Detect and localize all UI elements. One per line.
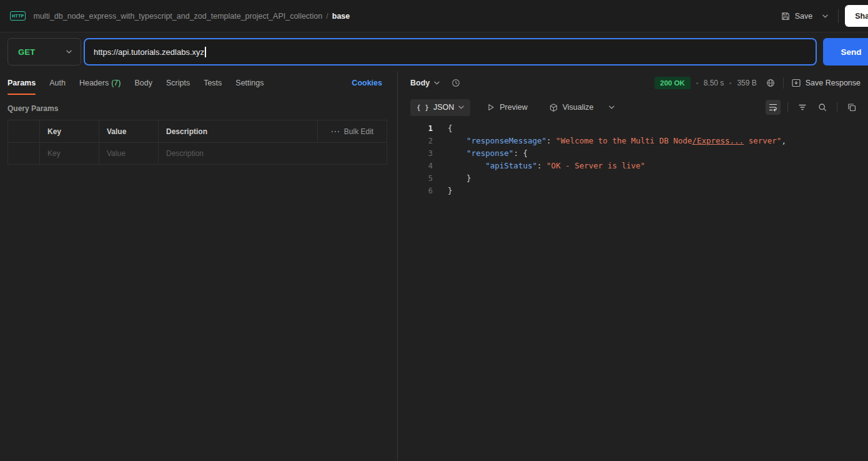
response-body-dropdown[interactable]: Body — [410, 79, 440, 87]
tab-settings[interactable]: Settings — [235, 71, 264, 95]
visualize-label: Visualize — [563, 103, 594, 112]
response-header: Body 200 OK 8.50 s — [398, 71, 868, 95]
tab-tests[interactable]: Tests — [204, 71, 222, 95]
line-number: 3 — [398, 147, 433, 160]
bulk-edit-button[interactable]: Bulk Edit — [317, 120, 387, 142]
copy-button[interactable] — [844, 100, 859, 115]
filter-icon — [797, 102, 807, 112]
response-history-button[interactable] — [448, 75, 463, 90]
query-params-header-row: Key Value Description Bul — [8, 120, 387, 143]
tab-label: Auth — [49, 79, 66, 87]
clock-icon — [451, 78, 461, 88]
http-request-icon: HTTP — [10, 11, 26, 21]
filter-button[interactable] — [795, 100, 810, 115]
code-line: 2 "responseMessage": "Welcome to the Mul… — [398, 135, 868, 147]
search-button[interactable] — [815, 100, 830, 115]
line-content: "apiStatus": "OK - Server is live" — [433, 160, 645, 172]
column-header-label: Description — [166, 127, 207, 136]
tab-auth[interactable]: Auth — [49, 71, 66, 95]
globe-icon — [766, 78, 776, 88]
query-param-row: Key Value Description — [8, 143, 387, 165]
query-params-title: Query Params — [7, 104, 397, 113]
tab-label: Settings — [235, 79, 264, 87]
request-url-bar: GET https://api.tutorials.zedlabs.xyz Se… — [0, 32, 868, 71]
code-lines: 1{2 "responseMessage": "Welcome to the M… — [398, 122, 868, 197]
line-number: 5 — [398, 172, 433, 185]
save-response-button[interactable]: Save Response — [789, 77, 863, 89]
line-number: 4 — [398, 160, 433, 172]
topbar-left: HTTP multi_db_node_express_with_typescri… — [10, 11, 350, 21]
tab-body[interactable]: Body — [134, 71, 152, 95]
meta-divider — [783, 77, 784, 89]
ellipsis-icon — [331, 130, 340, 133]
status-badge[interactable]: 200 OK — [654, 77, 691, 89]
chevron-down-icon — [66, 50, 72, 54]
column-header-label: Key — [47, 127, 61, 136]
response-toolbar: { } JSON Preview — [398, 96, 868, 119]
topbar: HTTP multi_db_node_express_with_typescri… — [0, 0, 868, 32]
send-button[interactable]: Send — [823, 38, 868, 66]
tab-label: Body — [134, 79, 152, 87]
toolbar-divider — [837, 102, 837, 112]
url-text: https://api.tutorials.zedlabs.xyz — [94, 47, 204, 57]
tab-label: Scripts — [166, 79, 190, 87]
tab-headers[interactable]: Headers (7) — [79, 71, 121, 95]
response-body-label: Body — [410, 79, 430, 87]
url-input[interactable]: https://api.tutorials.zedlabs.xyz — [84, 38, 817, 66]
toolbar-divider — [787, 102, 788, 112]
share-button[interactable]: Share — [845, 5, 868, 27]
braces-icon: { } — [417, 104, 429, 112]
line-number: 6 — [398, 185, 433, 197]
response-format-dropdown[interactable]: { } JSON — [410, 99, 470, 116]
response-size[interactable]: 359 B — [737, 79, 756, 87]
chevron-down-icon — [609, 105, 614, 109]
breadcrumb-collection[interactable]: multi_db_node_express_with_typescript_an… — [33, 12, 322, 21]
tab-scripts[interactable]: Scripts — [166, 71, 190, 95]
param-description-input[interactable]: Description — [158, 143, 387, 164]
tab-label: Headers — [79, 79, 109, 87]
save-button[interactable]: Save — [778, 7, 816, 25]
preview-label: Preview — [500, 103, 527, 112]
save-icon — [781, 11, 791, 21]
network-info-button[interactable] — [763, 75, 778, 90]
line-content: } — [433, 172, 471, 185]
response-body-code[interactable]: 1{2 "responseMessage": "Welcome to the M… — [398, 122, 868, 197]
line-content: "responseMessage": "Welcome to the Multi… — [433, 135, 786, 147]
wrap-text-button[interactable] — [766, 100, 781, 115]
response-meta: 200 OK 8.50 s 359 B — [654, 75, 863, 90]
format-label: JSON — [433, 103, 454, 112]
tab-params[interactable]: Params — [7, 71, 36, 95]
wrap-text-icon — [768, 102, 778, 112]
workspace-panes: Params Auth Headers (7) Body Scripts Tes… — [0, 71, 868, 461]
line-content: } — [433, 185, 453, 197]
chevron-down-icon — [458, 105, 464, 109]
response-pane: Body 200 OK 8.50 s — [398, 71, 868, 461]
save-options-button[interactable] — [817, 11, 833, 22]
tab-label: Tests — [204, 79, 222, 87]
save-button-label: Save — [795, 12, 813, 21]
query-params-table: Key Value Description Bul — [7, 120, 387, 165]
response-time[interactable]: 8.50 s — [704, 79, 724, 87]
method-select[interactable]: GET — [7, 38, 81, 66]
line-number: 1 — [398, 122, 433, 135]
visualize-button[interactable]: Visualize — [545, 102, 598, 113]
code-line: 5 } — [398, 172, 868, 185]
row-handle-column — [8, 120, 39, 142]
cube-icon — [549, 103, 558, 112]
meta-separator-dot — [729, 82, 731, 84]
column-header-label: Value — [107, 127, 126, 136]
cookies-link[interactable]: Cookies — [352, 71, 382, 95]
row-handle[interactable] — [8, 143, 39, 164]
code-line: 6} — [398, 185, 868, 197]
param-key-input[interactable]: Key — [39, 143, 99, 164]
save-response-label: Save Response — [806, 79, 861, 87]
code-toolbar-icons — [766, 100, 859, 115]
preview-button[interactable]: Preview — [483, 102, 531, 112]
app-root: HTTP multi_db_node_express_with_typescri… — [0, 0, 868, 461]
view-options-button[interactable] — [606, 103, 617, 112]
code-line: 4 "apiStatus": "OK - Server is live" — [398, 160, 868, 172]
play-icon — [486, 103, 495, 112]
chevron-down-icon — [822, 14, 828, 18]
param-value-input[interactable]: Value — [99, 143, 158, 164]
line-content: "response": { — [433, 147, 528, 160]
